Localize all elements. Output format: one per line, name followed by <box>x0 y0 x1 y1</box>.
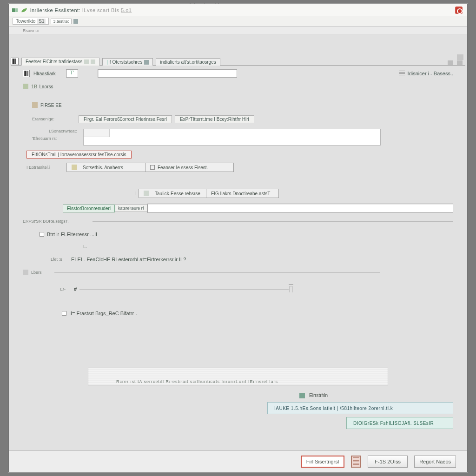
subbar-card-2[interactable]: 3.testite: <box>51 19 71 24</box>
checkbox-report[interactable] <box>62 311 66 316</box>
chip-source[interactable]: Firgr. Eal Ferore60orroct Frierinrse.Fes… <box>79 115 172 123</box>
title-app: inrilerske Esslistent: <box>30 7 80 13</box>
tab1-label: Feetser FiCit:rs trafiriestass <box>26 59 82 64</box>
action-docs[interactable]: FIG Ilakrs Dnoctireabe.astsT <box>206 189 279 198</box>
under-check: I.. <box>83 244 127 249</box>
alert-item[interactable]: FItIONsTrall | Iorraveroasessrsr-fesTise… <box>26 151 132 159</box>
seg1-label: Sotsethis. Anaherrs <box>83 165 123 170</box>
cancel-button[interactable]: Regort Naeos <box>414 456 456 468</box>
title-suffix: 5.o1 <box>121 7 132 13</box>
info-icon <box>299 393 305 398</box>
tag-icon <box>23 84 28 89</box>
book-icon <box>23 270 28 275</box>
tab3-label: indialierts alt'st.ortitaosrges <box>160 60 216 65</box>
lineA-left: Lfet :s <box>51 257 71 262</box>
tab1-icon <box>84 60 89 64</box>
dialog-footer: Firl Sisertrigrsl F-1S 2OIss Regort Naeo… <box>9 450 467 472</box>
folder-icon <box>72 165 77 170</box>
stamp-icon[interactable] <box>351 456 361 468</box>
row1-barcode-icon <box>23 70 30 77</box>
title-field[interactable] <box>98 69 237 78</box>
pair-prefix: I <box>134 191 136 196</box>
sub-toolbar: Towerikto S1 3.testite: <box>9 16 467 26</box>
check2-label: II= Frastsrt Brgs_ReC Bifatrr-. <box>69 311 137 316</box>
subbar-card-1[interactable]: Towerikto S1 <box>13 18 49 25</box>
row2-prefix: 1B <box>31 84 37 89</box>
checkbox-icon <box>150 165 155 170</box>
seg-search[interactable]: Sotsethis. Anaherrs <box>66 163 145 172</box>
comment-field[interactable] <box>147 204 453 213</box>
ok-button[interactable]: F-1S 2OIss <box>368 456 408 468</box>
lineA-text: ELEI - FeaCIcHE RLesterorbl at=Firtrerke… <box>71 257 186 262</box>
section-label: ERFSt'SR BORe.setgsT. <box>23 219 93 224</box>
row5-label: 'Efretiuarn rs: <box>32 136 83 141</box>
app-window: 1 Fr:E 1.iF ProL anavertal sl sre rieres… <box>8 4 468 472</box>
title-doc: ILvse scart BIs <box>82 7 119 13</box>
info-panel-session: IAUKE 1.5.hEs.Sons iatieit | /581hilteor… <box>267 402 453 414</box>
pair-right-label: FIG Ilakrs Dnoctireabe.astsT <box>211 191 270 196</box>
action-pair: Taulick-Eesse rehsrse FIG Ilakrs Dnoctir… <box>139 189 279 198</box>
svg-rect-0 <box>12 8 15 12</box>
check1-label: Btrt ir-FLElterressr ...II <box>47 231 97 237</box>
seg-filter[interactable]: Feanser Ie ssess Fisest. <box>145 163 234 172</box>
slider-marker-icon[interactable] <box>290 286 292 292</box>
doc-icon <box>144 191 149 196</box>
subbar-card1-badge: S1 <box>37 19 46 24</box>
row3-label: FIRSE EE <box>40 103 85 108</box>
row1-right-label: Idisnicer i - Basess.. <box>408 71 453 76</box>
tab2-label: f Oterststsohres <box>110 60 143 65</box>
checkbox-print[interactable] <box>40 232 44 237</box>
barcode-icon <box>11 58 19 65</box>
chip-export[interactable]: ExPrTItterrt.tme I Bcey:Rihtfrr Hlri <box>175 115 254 123</box>
row5-smalllabel: LSonacrwrtoat: <box>49 129 83 133</box>
grid-icon[interactable] <box>73 19 78 24</box>
tab-catalog[interactable]: indialierts alt'st.ortitaosrges <box>156 58 220 66</box>
row4-label: Eransenige: <box>32 117 69 121</box>
seg-group: Sotsethis. Anaherrs Feanser Ie ssess Fis… <box>66 163 234 172</box>
tab2-icon <box>144 60 149 65</box>
seg2-label: Feanser Ie ssess Fisest. <box>158 165 208 170</box>
info-panel-diag[interactable]: DIOIGrESk FshILISOJAfl. SLSEsIR <box>346 417 453 429</box>
log-text: Rcrer ist tA serrcetill Ri-esti-ait scrl… <box>116 379 278 384</box>
log-strip: Rcrer ist tA serrcetill Ri-esti-ait scrl… <box>88 368 388 385</box>
code-field[interactable]: T' <box>66 69 78 78</box>
status-chip-2[interactable]: katsrelteure I'l <box>115 205 147 212</box>
row7-label: I Eotrasritel.i <box>26 165 66 170</box>
record-icon[interactable] <box>455 7 463 14</box>
breadcrumb: Rsaivritii <box>9 26 467 35</box>
primary-action-button[interactable]: Firl Sisertrigrsl <box>301 456 344 468</box>
row2-label: Laorss <box>39 84 67 89</box>
tab-orders[interactable]: | f Oterststsohres <box>102 58 153 66</box>
leaf-icon <box>21 7 27 13</box>
title-bar: inrilerske Esslistent: ILvse scart BIs 5… <box>9 4 467 16</box>
copy-icon[interactable] <box>457 60 463 65</box>
desc-corner <box>84 129 110 137</box>
section-tabs: Feetser FiCit:rs trafiriestass | f Oters… <box>11 56 465 66</box>
work-area: Feetser FiCit:rs trafiriestass | f Oters… <box>9 35 467 472</box>
description-field[interactable] <box>83 129 381 145</box>
window-title: inrilerske Esslistent: ILvse scart BIs 5… <box>30 7 132 13</box>
subbar-card1-label: Towerikto <box>16 19 35 24</box>
info-heading: Eirrstrhin <box>299 393 328 398</box>
pair-left-label: Taulick-Eesse rehsrse <box>155 191 200 196</box>
list-icon <box>399 71 405 76</box>
tab-properties[interactable]: Feetser FiCit:rs trafiriestass <box>21 58 99 66</box>
hash: # <box>74 286 77 292</box>
info-heading-text: Eirrstrhin <box>309 393 328 398</box>
app-icon <box>12 7 18 13</box>
row1-label: Hlraastiark <box>33 71 66 76</box>
action-quick[interactable]: Taulick-Eesse rehsrse <box>139 189 206 198</box>
hash-label: Er- <box>60 287 74 291</box>
status-chip[interactable]: ElsstorBoronrenuderl <box>63 205 115 212</box>
view-icon[interactable] <box>448 60 453 65</box>
section-icon <box>32 102 38 108</box>
lineB-label: Lbers <box>31 270 54 275</box>
svg-rect-1 <box>15 8 18 12</box>
tab1-icon2 <box>91 60 95 64</box>
